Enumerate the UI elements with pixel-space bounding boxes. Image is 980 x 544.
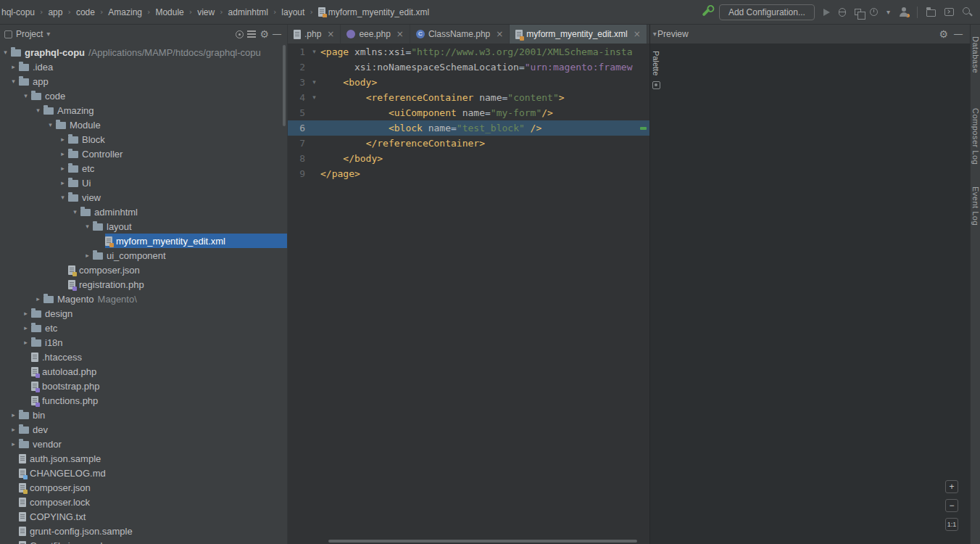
editor-tab[interactable]: CClassName.php× bbox=[410, 25, 510, 44]
expand-arrow-icon[interactable]: ▾ bbox=[33, 107, 43, 114]
tree-item[interactable]: functions.php bbox=[0, 393, 287, 408]
tree-item[interactable]: myform_myentity_edit.xml bbox=[0, 234, 287, 248]
tree-item[interactable]: ▾adminhtml bbox=[0, 205, 287, 219]
tree-item[interactable]: CHANGELOG.md bbox=[0, 466, 287, 480]
fold-icon[interactable]: ▾ bbox=[308, 44, 320, 59]
tree-item[interactable]: ▸dev bbox=[0, 422, 287, 437]
breadcrumb-item[interactable]: hql-copu bbox=[1, 7, 35, 17]
zoom-out-button[interactable]: − bbox=[945, 499, 958, 512]
breadcrumb-item[interactable]: adminhtml bbox=[228, 7, 268, 17]
expand-arrow-icon[interactable]: ▾ bbox=[57, 194, 68, 201]
expand-arrow-icon[interactable]: ▸ bbox=[8, 426, 19, 433]
expand-arrow-icon[interactable]: ▸ bbox=[82, 252, 93, 259]
expand-arrow-icon[interactable]: ▾ bbox=[20, 92, 31, 99]
tree-item[interactable]: ▾view bbox=[0, 190, 287, 205]
chevron-down-icon[interactable]: ▾ bbox=[886, 9, 890, 16]
expand-arrow-icon[interactable]: ▸ bbox=[20, 324, 31, 331]
tree-item[interactable]: ▾Amazing bbox=[0, 103, 287, 118]
zoom-reset-button[interactable]: 1:1 bbox=[945, 518, 958, 531]
tree-item[interactable]: ▾Module bbox=[0, 118, 287, 132]
hide-panel-icon[interactable]: — bbox=[273, 30, 281, 38]
tree-item[interactable]: COPYING.txt bbox=[0, 509, 287, 524]
fold-icon[interactable]: ▾ bbox=[308, 90, 320, 105]
locate-file-icon[interactable] bbox=[236, 30, 244, 38]
tree-item[interactable]: ▸i18n bbox=[0, 335, 287, 350]
tree-item[interactable]: bootstrap.php bbox=[0, 379, 287, 393]
close-icon[interactable]: × bbox=[496, 29, 503, 39]
wrench-icon[interactable] bbox=[702, 8, 710, 16]
expand-arrow-icon[interactable]: ▾ bbox=[8, 78, 19, 85]
chevron-down-icon[interactable]: ▾ bbox=[46, 30, 50, 38]
project-structure-icon[interactable] bbox=[926, 9, 936, 17]
add-configuration-button[interactable]: Add Configuration... bbox=[719, 4, 815, 20]
tree-item[interactable]: ▸Controller bbox=[0, 147, 287, 161]
expand-arrow-icon[interactable]: ▸ bbox=[8, 411, 19, 419]
tree-item[interactable]: .htaccess bbox=[0, 350, 287, 364]
editor-tab[interactable]: myform_myentity_edit.xml× bbox=[510, 25, 647, 44]
project-panel-title[interactable]: Project bbox=[16, 29, 43, 39]
expand-arrow-icon[interactable]: ▸ bbox=[20, 339, 31, 346]
tree-item[interactable]: ▸.idea bbox=[0, 59, 287, 74]
breadcrumb-item[interactable]: app bbox=[48, 7, 62, 17]
breadcrumb-item[interactable]: code bbox=[76, 7, 95, 17]
terminal-icon[interactable] bbox=[944, 8, 954, 16]
expand-arrow-icon[interactable]: ▾ bbox=[70, 208, 80, 215]
tree-item[interactable]: grunt-config.json.sample bbox=[0, 524, 287, 538]
code-line[interactable]: 9</page> bbox=[288, 166, 649, 181]
debug-icon[interactable] bbox=[839, 8, 846, 17]
tree-item[interactable]: ▸vendor bbox=[0, 437, 287, 451]
expand-arrow-icon[interactable]: ▸ bbox=[33, 295, 43, 302]
tree-item[interactable]: ▸etc bbox=[0, 321, 287, 335]
zoom-in-button[interactable]: + bbox=[945, 480, 958, 493]
code-line[interactable]: 6 <block name="test_block" /> bbox=[288, 120, 649, 136]
code-line[interactable]: 5 <uiComponent name="my-form"/> bbox=[288, 105, 649, 120]
tree-item[interactable]: composer.lock bbox=[0, 495, 287, 509]
tree-item[interactable]: auth.json.sample bbox=[0, 451, 287, 466]
expand-arrow-icon[interactable]: ▾ bbox=[45, 121, 56, 128]
expand-arrow-icon[interactable]: ▸ bbox=[57, 165, 68, 172]
expand-arrow-icon[interactable]: ▸ bbox=[8, 440, 19, 448]
tool-window-button[interactable]: Database bbox=[971, 36, 980, 73]
editor-tab[interactable]: eee.php× bbox=[341, 25, 410, 44]
tree-item[interactable]: ▾graphql-copu/Applications/MAMP/htdocs/g… bbox=[0, 45, 287, 59]
close-icon[interactable]: × bbox=[396, 29, 404, 39]
tree-item[interactable]: ▾code bbox=[0, 88, 287, 103]
settings-gear-icon[interactable]: ⚙ bbox=[259, 29, 269, 39]
settings-gear-icon[interactable]: ⚙ bbox=[939, 29, 948, 39]
hide-preview-icon[interactable]: — bbox=[954, 30, 963, 38]
code-line[interactable]: 3▾ <body> bbox=[288, 75, 649, 90]
expand-arrow-icon[interactable]: ▸ bbox=[57, 179, 68, 186]
tree-item[interactable]: ▾app bbox=[0, 74, 287, 88]
expand-arrow-icon[interactable]: ▾ bbox=[82, 223, 93, 230]
code-line[interactable]: 7 </referenceContainer> bbox=[288, 136, 649, 151]
expand-arrow-icon[interactable]: ▸ bbox=[8, 63, 19, 70]
tree-item[interactable]: autoload.php bbox=[0, 364, 287, 379]
code-line[interactable]: 8 </body> bbox=[288, 151, 649, 166]
tree-scrollbar[interactable] bbox=[283, 45, 286, 126]
tree-item[interactable]: ▸ui_component bbox=[0, 248, 287, 263]
search-icon[interactable] bbox=[963, 7, 973, 17]
tree-item[interactable]: ▸MagentoMagento\ bbox=[0, 292, 287, 306]
expand-arrow-icon[interactable]: ▸ bbox=[57, 136, 68, 143]
hidden-tabs-chevron-icon[interactable]: ▾ bbox=[647, 30, 663, 38]
tree-item[interactable]: ▾layout bbox=[0, 219, 287, 234]
code-line[interactable]: 2 xsi:noNamespaceSchemaLocation="urn:mag… bbox=[288, 59, 649, 75]
breadcrumb-item[interactable]: Amazing bbox=[108, 7, 142, 17]
tree-item[interactable]: ▸Ui bbox=[0, 176, 287, 190]
palette-tool-button[interactable]: Palette bbox=[651, 48, 661, 92]
horizontal-scrollbar[interactable] bbox=[328, 540, 647, 543]
fold-icon[interactable]: ▾ bbox=[308, 75, 320, 90]
tree-item[interactable]: ▸bin bbox=[0, 408, 287, 422]
tree-item[interactable]: composer.json bbox=[0, 263, 287, 277]
code-area[interactable]: 1▾<page xmlns:xsi="http://www.w3.org/200… bbox=[288, 44, 649, 544]
tree-item[interactable]: composer.json bbox=[0, 480, 287, 495]
run-icon[interactable] bbox=[823, 9, 830, 16]
editor-tab[interactable]: .php× bbox=[288, 25, 341, 44]
tree-item[interactable]: Gruntfile.js.sample bbox=[0, 538, 287, 544]
tree-item[interactable]: ▸Block bbox=[0, 132, 287, 147]
tree-item[interactable]: ▸design bbox=[0, 306, 287, 321]
scrollbar-thumb[interactable] bbox=[328, 540, 637, 543]
coverage-icon[interactable] bbox=[855, 9, 861, 15]
breadcrumb-item[interactable]: view bbox=[197, 7, 215, 17]
code-line[interactable]: 1▾<page xmlns:xsi="http://www.w3.org/200… bbox=[288, 44, 649, 59]
